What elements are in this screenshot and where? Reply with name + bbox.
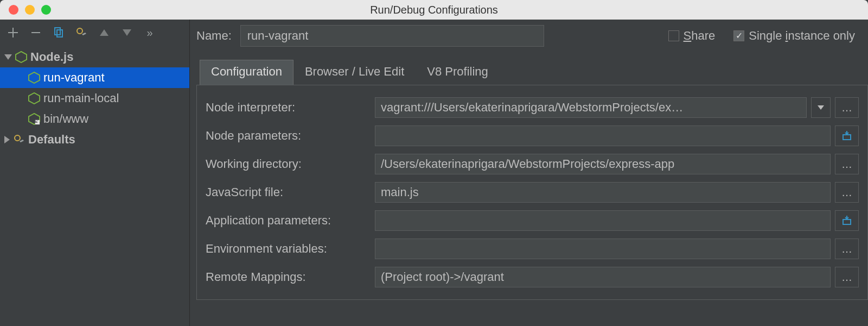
tree-item-label: bin/www [43,112,88,126]
node-interpreter-label: Node interpreter: [206,101,368,115]
single-instance-checkbox[interactable]: Single instance only [733,29,855,43]
tabs: Configuration Browser / Live Edit V8 Pro… [200,60,868,85]
node-interpreter-field[interactable]: vagrant:///Users/ekaterinaprigara/Websto… [375,97,807,118]
tab-v8-profiling[interactable]: V8 Profiling [416,60,500,85]
tree-group-label: Defaults [28,133,75,147]
working-directory-browse-button[interactable]: … [835,154,859,174]
application-parameters-expand-button[interactable] [835,210,859,231]
tab-browser-live-edit[interactable]: Browser / Live Edit [293,60,416,85]
name-input[interactable] [240,25,544,47]
tree-item-run-main-local[interactable]: run-main-local [0,88,189,109]
single-instance-label: Single instance only [749,29,855,43]
move-up-button[interactable] [97,25,112,40]
remove-config-button[interactable] [28,25,43,40]
config-tree: Node.js run-vagrant run-main-local bin/w… [0,46,189,326]
main-panel: Name: Share Single instance only Configu… [190,20,868,326]
titlebar: Run/Debug Configurations [0,0,868,20]
tab-body-configuration: Node interpreter: vagrant:///Users/ekate… [196,85,868,300]
javascript-file-label: JavaScript file: [206,185,368,199]
nodejs-icon [28,113,40,125]
node-parameters-field[interactable] [375,126,831,146]
node-interpreter-dropdown-button[interactable] [811,97,831,118]
svg-marker-8 [29,93,40,104]
tree-item-run-vagrant[interactable]: run-vagrant [0,67,189,88]
svg-point-11 [15,135,20,141]
remote-mappings-label: Remote Mappings: [206,270,368,284]
svg-marker-6 [16,52,27,62]
application-parameters-label: Application parameters: [206,214,368,228]
gear-wrench-icon [13,134,25,146]
javascript-file-field[interactable]: main.js [375,182,831,203]
chevron-right-icon [4,136,10,143]
checkbox-checked-icon [733,30,744,41]
header-row: Name: Share Single instance only [190,20,868,50]
svg-marker-4 [100,29,108,36]
nodejs-icon [15,51,27,63]
more-actions-button[interactable]: » [142,25,157,40]
remote-mappings-field[interactable]: (Project root)->/vagrant [375,267,831,287]
nodejs-icon [28,72,40,84]
tree-group-nodejs[interactable]: Node.js [0,47,189,67]
window-title: Run/Debug Configurations [0,4,868,16]
name-label: Name: [196,29,232,43]
svg-marker-5 [123,29,131,36]
share-checkbox[interactable]: Share [668,29,716,43]
copy-config-button[interactable] [51,25,66,40]
tree-item-label: run-vagrant [43,71,105,85]
environment-variables-field[interactable] [375,239,831,259]
nodejs-icon [28,92,40,104]
application-parameters-field[interactable] [375,210,831,231]
share-label: Share [684,29,716,43]
tree-group-label: Node.js [30,50,73,64]
add-config-button[interactable] [5,25,21,40]
tab-configuration[interactable]: Configuration [200,60,293,85]
node-interpreter-browse-button[interactable]: … [835,97,859,118]
svg-rect-14 [843,220,851,224]
checkbox-icon [668,30,679,41]
sidebar-toolbar: » [0,20,189,46]
chevron-down-icon [4,54,12,60]
node-parameters-label: Node parameters: [206,129,368,143]
tree-item-bin-www[interactable]: bin/www [0,109,189,129]
javascript-file-browse-button[interactable]: … [835,182,859,203]
svg-rect-13 [843,135,851,140]
sidebar: » Node.js run-vagrant run-main-l [0,20,190,326]
svg-marker-7 [29,72,40,83]
svg-rect-0 [31,32,40,33]
remote-mappings-browse-button[interactable]: … [835,267,859,287]
tree-group-defaults[interactable]: Defaults [0,129,189,150]
working-directory-label: Working directory: [206,157,368,171]
tree-item-label: run-main-local [43,91,119,105]
svg-marker-12 [818,105,824,110]
svg-point-3 [77,28,82,34]
working-directory-field[interactable]: /Users/ekaterinaprigara/WebstormProjects… [375,154,831,174]
move-down-button[interactable] [119,25,135,40]
environment-variables-label: Environment variables: [206,242,368,256]
environment-variables-browse-button[interactable]: … [835,239,859,259]
node-parameters-expand-button[interactable] [835,126,859,146]
edit-defaults-button[interactable] [74,25,89,40]
